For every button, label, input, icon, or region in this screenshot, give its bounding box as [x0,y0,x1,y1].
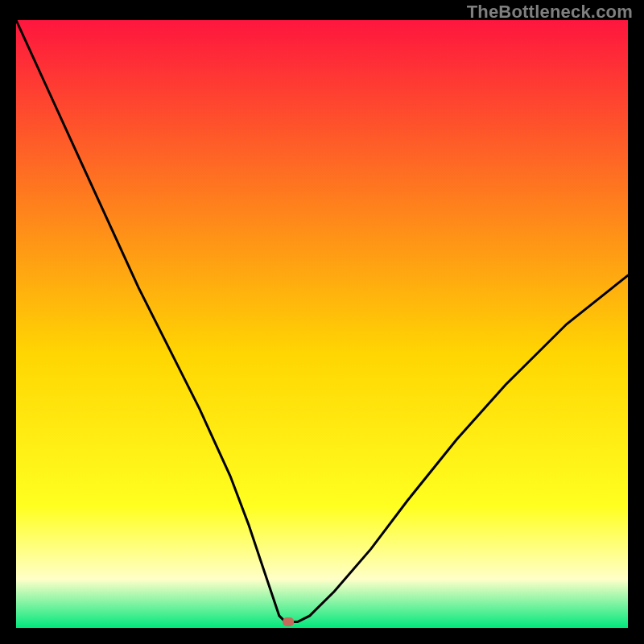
chart-frame: TheBottleneck.com [0,0,644,644]
watermark-text: TheBottleneck.com [467,2,633,23]
optimal-point-marker [283,617,294,626]
chart-svg [16,20,628,628]
plot-area [16,20,628,628]
gradient-background [16,20,628,628]
